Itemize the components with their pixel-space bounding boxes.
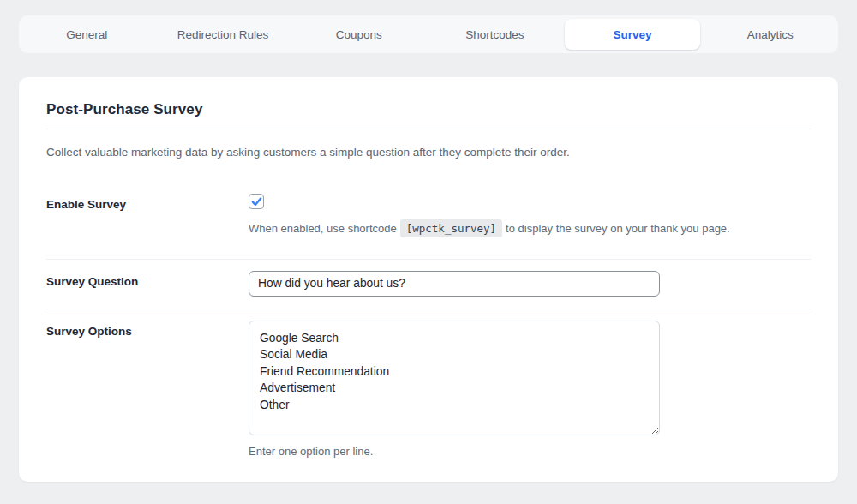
help-text-after: to display the survey on your thank you …: [506, 222, 730, 235]
checkmark-icon: [251, 196, 262, 207]
tab-survey[interactable]: Survey: [565, 19, 701, 50]
help-text-before: When enabled, use shortcode: [249, 222, 397, 235]
survey-options-label: Survey Options: [46, 321, 249, 338]
survey-options-control: Google Search Social Media Friend Recomm…: [249, 321, 811, 458]
tab-general[interactable]: General: [19, 15, 155, 53]
enable-survey-help: When enabled, use shortcode[wpctk_survey…: [249, 219, 811, 237]
settings-tab-bar: General Redirection Rules Coupons Shortc…: [19, 15, 838, 53]
survey-settings-panel: Post-Purchase Survey Collect valuable ma…: [19, 77, 838, 482]
tab-redirection-rules[interactable]: Redirection Rules: [155, 15, 291, 53]
tab-coupons[interactable]: Coupons: [291, 15, 427, 53]
survey-question-input[interactable]: [249, 271, 660, 297]
survey-options-row: Survey Options Google Search Social Medi…: [46, 309, 811, 458]
survey-options-help: Enter one option per line.: [249, 445, 811, 458]
survey-question-control: [249, 271, 811, 297]
enable-survey-label: Enable Survey: [46, 194, 249, 211]
panel-title: Post-Purchase Survey: [46, 101, 811, 129]
tab-analytics[interactable]: Analytics: [702, 15, 838, 53]
panel-description: Collect valuable marketing data by askin…: [46, 146, 811, 159]
enable-survey-checkbox[interactable]: [249, 194, 264, 209]
survey-options-textarea[interactable]: Google Search Social Media Friend Recomm…: [249, 321, 660, 435]
shortcode-chip: [wpctk_survey]: [400, 219, 502, 237]
survey-question-row: Survey Question: [46, 260, 811, 309]
survey-question-label: Survey Question: [46, 271, 249, 288]
enable-survey-control: When enabled, use shortcode[wpctk_survey…: [249, 194, 811, 237]
tab-shortcodes[interactable]: Shortcodes: [427, 15, 563, 53]
enable-survey-row: Enable Survey When enabled, use shortcod…: [46, 177, 811, 260]
